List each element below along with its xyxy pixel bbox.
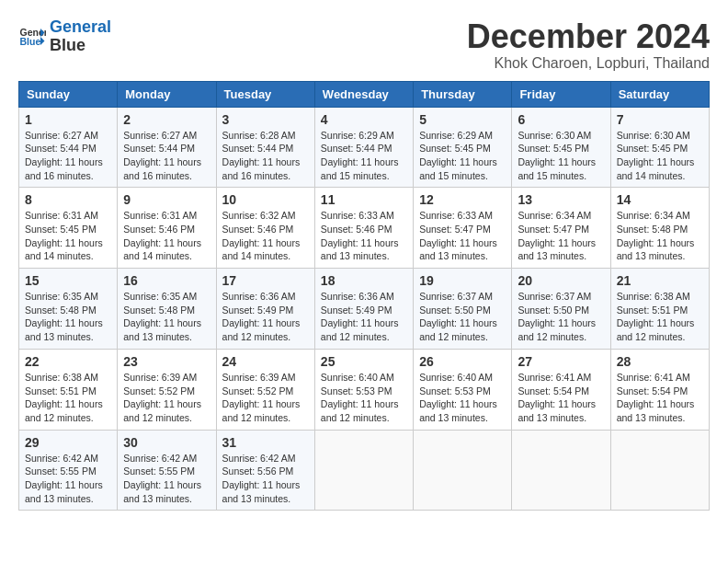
day-number: 21	[617, 273, 703, 288]
day-info: Sunrise: 6:42 AM Sunset: 5:55 PM Dayligh…	[123, 452, 210, 506]
day-info: Sunrise: 6:37 AM Sunset: 5:50 PM Dayligh…	[518, 290, 604, 344]
calendar-header: SundayMondayTuesdayWednesdayThursdayFrid…	[19, 81, 710, 107]
day-info: Sunrise: 6:27 AM Sunset: 5:44 PM Dayligh…	[123, 129, 210, 183]
calendar-cell: 16 Sunrise: 6:35 AM Sunset: 5:48 PM Dayl…	[118, 269, 216, 350]
day-number: 4	[321, 112, 407, 127]
day-number: 22	[25, 354, 111, 369]
calendar-cell: 2 Sunrise: 6:27 AM Sunset: 5:44 PM Dayli…	[118, 107, 216, 188]
calendar-cell	[610, 430, 709, 511]
weekday-header-thursday: Thursday	[414, 81, 512, 107]
day-info: Sunrise: 6:35 AM Sunset: 5:48 PM Dayligh…	[123, 290, 210, 344]
day-info: Sunrise: 6:37 AM Sunset: 5:50 PM Dayligh…	[419, 290, 506, 344]
weekday-header-tuesday: Tuesday	[216, 81, 314, 107]
day-info: Sunrise: 6:34 AM Sunset: 5:47 PM Dayligh…	[518, 209, 604, 263]
day-info: Sunrise: 6:28 AM Sunset: 5:44 PM Dayligh…	[222, 129, 309, 183]
calendar-cell: 6 Sunrise: 6:30 AM Sunset: 5:45 PM Dayli…	[512, 107, 610, 188]
day-number: 25	[321, 354, 407, 369]
day-number: 23	[123, 354, 210, 369]
calendar-body: 1 Sunrise: 6:27 AM Sunset: 5:44 PM Dayli…	[19, 107, 710, 511]
calendar-cell: 17 Sunrise: 6:36 AM Sunset: 5:49 PM Dayl…	[216, 269, 314, 350]
day-number: 28	[617, 354, 703, 369]
day-info: Sunrise: 6:38 AM Sunset: 5:51 PM Dayligh…	[617, 290, 703, 344]
weekday-header-friday: Friday	[512, 81, 610, 107]
calendar-cell: 3 Sunrise: 6:28 AM Sunset: 5:44 PM Dayli…	[216, 107, 314, 188]
day-number: 15	[25, 273, 111, 288]
calendar-cell: 14 Sunrise: 6:34 AM Sunset: 5:48 PM Dayl…	[610, 188, 709, 269]
calendar-cell: 5 Sunrise: 6:29 AM Sunset: 5:45 PM Dayli…	[414, 107, 512, 188]
day-number: 31	[222, 435, 309, 450]
calendar-cell: 18 Sunrise: 6:36 AM Sunset: 5:49 PM Dayl…	[314, 269, 413, 350]
calendar-cell: 9 Sunrise: 6:31 AM Sunset: 5:46 PM Dayli…	[118, 188, 216, 269]
calendar-cell: 25 Sunrise: 6:40 AM Sunset: 5:53 PM Dayl…	[314, 349, 413, 430]
page-header: General Blue GeneralBlue December 2024 K…	[18, 18, 710, 72]
calendar-cell: 7 Sunrise: 6:30 AM Sunset: 5:45 PM Dayli…	[610, 107, 709, 188]
day-number: 12	[419, 192, 506, 207]
day-info: Sunrise: 6:36 AM Sunset: 5:49 PM Dayligh…	[222, 290, 309, 344]
day-info: Sunrise: 6:30 AM Sunset: 5:45 PM Dayligh…	[617, 129, 703, 183]
calendar-cell	[314, 430, 413, 511]
day-number: 14	[617, 192, 703, 207]
day-number: 6	[518, 112, 604, 127]
day-number: 1	[25, 112, 111, 127]
month-title: December 2024	[467, 18, 710, 55]
day-number: 20	[518, 273, 604, 288]
day-number: 24	[222, 354, 309, 369]
calendar-cell: 20 Sunrise: 6:37 AM Sunset: 5:50 PM Dayl…	[512, 269, 610, 350]
day-number: 17	[222, 273, 309, 288]
calendar-cell: 30 Sunrise: 6:42 AM Sunset: 5:55 PM Dayl…	[118, 430, 216, 511]
svg-text:Blue: Blue	[20, 36, 41, 47]
day-info: Sunrise: 6:30 AM Sunset: 5:45 PM Dayligh…	[518, 129, 604, 183]
week-row-2: 8 Sunrise: 6:31 AM Sunset: 5:45 PM Dayli…	[19, 188, 710, 269]
day-info: Sunrise: 6:36 AM Sunset: 5:49 PM Dayligh…	[321, 290, 407, 344]
calendar-cell: 1 Sunrise: 6:27 AM Sunset: 5:44 PM Dayli…	[19, 107, 118, 188]
weekday-header-saturday: Saturday	[610, 81, 709, 107]
day-number: 30	[123, 435, 210, 450]
week-row-3: 15 Sunrise: 6:35 AM Sunset: 5:48 PM Dayl…	[19, 269, 710, 350]
day-number: 27	[518, 354, 604, 369]
calendar-cell: 24 Sunrise: 6:39 AM Sunset: 5:52 PM Dayl…	[216, 349, 314, 430]
calendar-cell: 13 Sunrise: 6:34 AM Sunset: 5:47 PM Dayl…	[512, 188, 610, 269]
day-number: 3	[222, 112, 309, 127]
day-info: Sunrise: 6:39 AM Sunset: 5:52 PM Dayligh…	[222, 371, 309, 425]
day-number: 11	[321, 192, 407, 207]
calendar-cell: 29 Sunrise: 6:42 AM Sunset: 5:55 PM Dayl…	[19, 430, 118, 511]
day-info: Sunrise: 6:34 AM Sunset: 5:48 PM Dayligh…	[617, 209, 703, 263]
logo-icon: General Blue	[18, 23, 46, 51]
calendar-table: SundayMondayTuesdayWednesdayThursdayFrid…	[18, 81, 710, 511]
day-info: Sunrise: 6:39 AM Sunset: 5:52 PM Dayligh…	[123, 371, 210, 425]
day-number: 18	[321, 273, 407, 288]
day-number: 29	[25, 435, 111, 450]
day-info: Sunrise: 6:29 AM Sunset: 5:44 PM Dayligh…	[321, 129, 407, 183]
day-info: Sunrise: 6:41 AM Sunset: 5:54 PM Dayligh…	[518, 371, 604, 425]
day-number: 10	[222, 192, 309, 207]
day-info: Sunrise: 6:27 AM Sunset: 5:44 PM Dayligh…	[25, 129, 111, 183]
calendar-cell: 4 Sunrise: 6:29 AM Sunset: 5:44 PM Dayli…	[314, 107, 413, 188]
calendar-cell: 11 Sunrise: 6:33 AM Sunset: 5:46 PM Dayl…	[314, 188, 413, 269]
day-number: 8	[25, 192, 111, 207]
weekday-header-sunday: Sunday	[19, 81, 118, 107]
day-info: Sunrise: 6:31 AM Sunset: 5:45 PM Dayligh…	[25, 209, 111, 263]
calendar-cell: 12 Sunrise: 6:33 AM Sunset: 5:47 PM Dayl…	[414, 188, 512, 269]
day-info: Sunrise: 6:33 AM Sunset: 5:47 PM Dayligh…	[419, 209, 506, 263]
day-info: Sunrise: 6:38 AM Sunset: 5:51 PM Dayligh…	[25, 371, 111, 425]
title-block: December 2024 Khok Charoen, Lopburi, Tha…	[467, 18, 710, 72]
week-row-1: 1 Sunrise: 6:27 AM Sunset: 5:44 PM Dayli…	[19, 107, 710, 188]
week-row-4: 22 Sunrise: 6:38 AM Sunset: 5:51 PM Dayl…	[19, 349, 710, 430]
day-number: 2	[123, 112, 210, 127]
calendar-cell: 31 Sunrise: 6:42 AM Sunset: 5:56 PM Dayl…	[216, 430, 314, 511]
day-info: Sunrise: 6:31 AM Sunset: 5:46 PM Dayligh…	[123, 209, 210, 263]
day-info: Sunrise: 6:33 AM Sunset: 5:46 PM Dayligh…	[321, 209, 407, 263]
day-info: Sunrise: 6:42 AM Sunset: 5:55 PM Dayligh…	[25, 452, 111, 506]
logo: General Blue GeneralBlue	[18, 18, 111, 55]
logo-text: GeneralBlue	[50, 18, 111, 55]
calendar-cell: 15 Sunrise: 6:35 AM Sunset: 5:48 PM Dayl…	[19, 269, 118, 350]
day-number: 7	[617, 112, 703, 127]
day-info: Sunrise: 6:29 AM Sunset: 5:45 PM Dayligh…	[419, 129, 506, 183]
calendar-cell: 22 Sunrise: 6:38 AM Sunset: 5:51 PM Dayl…	[19, 349, 118, 430]
calendar-cell: 27 Sunrise: 6:41 AM Sunset: 5:54 PM Dayl…	[512, 349, 610, 430]
day-number: 19	[419, 273, 506, 288]
day-number: 5	[419, 112, 506, 127]
weekday-header-wednesday: Wednesday	[314, 81, 413, 107]
day-number: 26	[419, 354, 506, 369]
day-number: 16	[123, 273, 210, 288]
